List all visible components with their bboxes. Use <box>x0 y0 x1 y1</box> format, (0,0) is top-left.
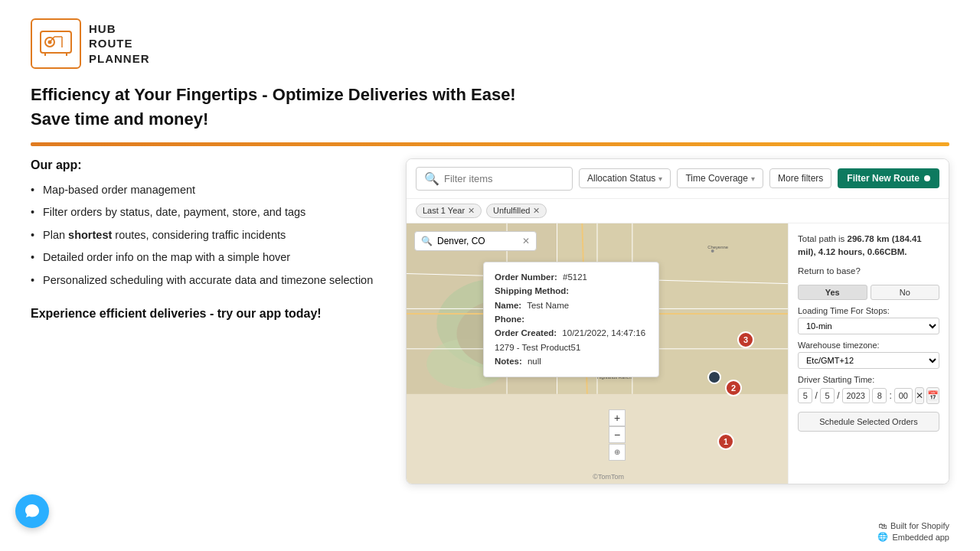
svg-point-16 <box>711 249 714 253</box>
search-icon: 🔍 <box>424 171 439 186</box>
clear-time-button[interactable]: ✕ <box>915 387 924 404</box>
zoom-in-button[interactable]: + <box>609 409 626 426</box>
shopify-icon: 🛍 <box>878 521 887 530</box>
date-year-input[interactable]: 2023 <box>842 388 870 403</box>
warehouse-timezone-label: Warehouse timezone: <box>798 341 939 350</box>
tomtom-credit: ©TomTom <box>593 473 624 481</box>
footer: 🛍 Built for Shopify 🌐 Embedded app <box>877 521 949 542</box>
logo-text: HUB ROUTE PLANNER <box>89 21 150 67</box>
yes-button[interactable]: Yes <box>798 285 867 300</box>
logo-icon <box>39 25 73 62</box>
svg-point-5 <box>48 41 52 44</box>
search-box[interactable]: 🔍 <box>416 167 573 191</box>
app-screenshot-wrapper: 🔍 Allocation Status ▾ Time Coverage ▾ Mo… <box>406 158 949 484</box>
right-panel: Total path is 296.78 km (184.41 mil), 4.… <box>788 223 949 484</box>
allocation-status-button[interactable]: Allocation Status ▾ <box>579 168 671 188</box>
shopify-badge: 🛍 Built for Shopify <box>878 521 949 530</box>
logo-box <box>31 18 81 69</box>
cta-text: Experience efficient deliveries - try ou… <box>31 305 383 322</box>
features-list: Map-based order management Filter orders… <box>31 181 383 289</box>
feature-4: Detailed order info on the map with a si… <box>31 249 383 266</box>
filter-new-route-button[interactable]: Filter New Route <box>838 168 939 188</box>
map-search-box[interactable]: 🔍 ✕ <box>414 231 537 251</box>
embedded-badge: 🌐 Embedded app <box>877 532 949 542</box>
map-search-input[interactable] <box>437 236 518 246</box>
app-screenshot: 🔍 Allocation Status ▾ Time Coverage ▾ Mo… <box>406 158 949 484</box>
feature-1: Map-based order management <box>31 181 383 198</box>
driver-starting-time-label: Driver Starting Time: <box>798 375 939 384</box>
date-month-input[interactable]: 5 <box>798 388 812 403</box>
remove-filter-icon[interactable]: ✕ <box>533 206 540 216</box>
route-start-pin[interactable] <box>707 370 721 384</box>
zoom-out-button[interactable]: − <box>609 426 626 443</box>
feature-3: Plan shortest routes, considering traffi… <box>31 227 383 243</box>
filter-bar: 🔍 Allocation Status ▾ Time Coverage ▾ Mo… <box>407 159 949 199</box>
filter-tag-last-year[interactable]: Last 1 Year ✕ <box>416 204 482 218</box>
no-button[interactable]: No <box>871 285 940 300</box>
two-col-layout: Our app: Map-based order management Filt… <box>31 158 949 484</box>
driver-time-row: 5 / 5 / 2023 8 : 00 ✕ 📅 <box>798 387 939 404</box>
more-filters-button[interactable]: More filters <box>769 168 831 188</box>
compass-icon[interactable]: ⊕ <box>609 444 626 461</box>
left-column: Our app: Map-based order management Filt… <box>31 158 383 323</box>
map-container[interactable]: Cheyenne Denver Highlands Ranch Arvada C… <box>407 223 788 484</box>
map-area: Cheyenne Denver Highlands Ranch Arvada C… <box>407 223 949 484</box>
time-coverage-button[interactable]: Time Coverage ▾ <box>677 168 763 188</box>
time-min-input[interactable]: 00 <box>894 388 913 403</box>
search-input[interactable] <box>444 173 564 184</box>
feature-5: Personalized scheduling with accurate da… <box>31 272 383 289</box>
filter-tag-unfulfilled[interactable]: Unfulfilled ✕ <box>486 204 547 218</box>
our-app-label: Our app: <box>31 158 383 172</box>
map-search-clear-icon[interactable]: ✕ <box>522 236 530 246</box>
search-icon: 🔍 <box>421 236 433 246</box>
indicator-dot <box>924 175 930 181</box>
yes-no-buttons: Yes No <box>798 285 939 300</box>
remove-filter-icon[interactable]: ✕ <box>468 206 475 216</box>
route-pin-3[interactable]: 3 <box>737 331 754 348</box>
zoom-controls: + − ⊕ <box>609 409 626 461</box>
order-tooltip: Order Number: #5121 Shipping Method: Nam… <box>483 262 659 377</box>
time-hour-input[interactable]: 8 <box>872 388 887 403</box>
schedule-selected-orders-button[interactable]: Schedule Selected Orders <box>798 412 939 432</box>
warehouse-timezone-select[interactable]: Etc/GMT+12 <box>798 352 939 369</box>
headline: Efficiency at Your Fingertips - Optimize… <box>31 83 949 132</box>
route-pin-2[interactable]: 2 <box>725 380 742 396</box>
return-to-base-label: Return to base? <box>798 265 939 278</box>
loading-time-label: Loading Time For Stops: <box>798 306 939 315</box>
chevron-down-icon: ▾ <box>658 174 662 183</box>
chat-bubble-button[interactable] <box>15 494 49 528</box>
orange-divider <box>31 142 949 146</box>
date-day-input[interactable]: 5 <box>820 388 835 403</box>
embedded-icon: 🌐 <box>877 532 888 542</box>
feature-2: Filter orders by status, date, payment, … <box>31 204 383 220</box>
loading-time-select[interactable]: 10-min <box>798 318 939 334</box>
svg-text:Cheyenne: Cheyenne <box>707 245 728 249</box>
logo-area: HUB ROUTE PLANNER <box>31 18 949 69</box>
active-filters-bar: Last 1 Year ✕ Unfulfilled ✕ <box>407 199 949 223</box>
chevron-down-icon: ▾ <box>751 174 755 183</box>
total-path-info: Total path is 296.78 km (184.41 mil), 4.… <box>798 233 939 259</box>
route-pin-1[interactable]: 1 <box>717 433 734 450</box>
page: HUB ROUTE PLANNER Efficiency at Your Fin… <box>0 0 980 551</box>
calendar-icon[interactable]: 📅 <box>926 387 939 404</box>
